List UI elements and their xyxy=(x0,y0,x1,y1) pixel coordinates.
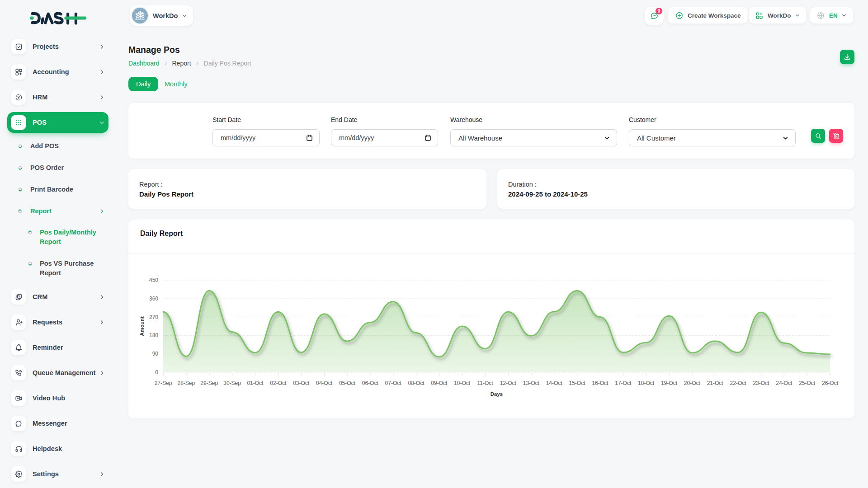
sidebar-item-label: Helpdesk xyxy=(33,445,62,452)
svg-text:25-Oct: 25-Oct xyxy=(799,380,816,386)
workspace-switcher-label: WorkDo xyxy=(768,12,791,19)
end-date-input[interactable]: mm/dd/yyyy xyxy=(331,129,438,146)
tab-monthly[interactable]: Monthly xyxy=(165,77,188,91)
helpdesk-icon xyxy=(11,441,26,456)
sidebar-item-reminder[interactable]: Reminder xyxy=(7,335,108,360)
accounting-icon xyxy=(11,64,26,80)
svg-text:270: 270 xyxy=(149,314,158,320)
svg-text:07-Oct: 07-Oct xyxy=(385,380,402,386)
sidebar-item-label: CRM xyxy=(33,293,47,300)
globe-icon xyxy=(816,11,825,20)
duration-label: Duration : xyxy=(508,181,537,188)
chevron-down-icon xyxy=(795,13,800,18)
dash-logo[interactable] xyxy=(29,10,87,26)
start-date-input[interactable]: mm/dd/yyyy xyxy=(212,129,320,146)
pos-icon xyxy=(11,115,26,130)
sidebar-item-requests[interactable]: Requests xyxy=(7,310,108,335)
chevron-right-icon xyxy=(99,44,105,50)
report-label: Report : xyxy=(139,181,163,188)
svg-text:180: 180 xyxy=(149,332,158,338)
create-workspace-label: Create Workspace xyxy=(688,12,741,19)
svg-text:360: 360 xyxy=(149,296,158,302)
chevron-right-icon xyxy=(99,319,105,325)
svg-text:01-Oct: 01-Oct xyxy=(247,380,264,386)
sidebar-item-label: Reminder xyxy=(33,344,63,351)
sidebar-item-queue-management[interactable]: Queue Management xyxy=(7,360,108,385)
svg-text:23-Oct: 23-Oct xyxy=(753,380,769,386)
chevron-right-icon xyxy=(99,370,105,376)
workspace-switcher-button[interactable]: WorkDo xyxy=(749,7,806,23)
sidebar-item-report[interactable]: Report xyxy=(7,200,108,222)
report-summary-card: Report : Daily Pos Report xyxy=(128,169,486,209)
workspace-chip[interactable]: WorkDo xyxy=(130,5,193,26)
daily-report-chart[interactable]: 09018027036045027-Sep28-Sep29-Sep30-Sep0… xyxy=(128,253,854,418)
warehouse-value: All Warehouse xyxy=(458,134,502,142)
sidebar-item-label: Accounting xyxy=(33,68,69,75)
report-value: Daily Pos Report xyxy=(139,190,193,198)
sidebar-nav: Projects Accounting HRM POS Add POS xyxy=(7,34,108,487)
svg-text:Days: Days xyxy=(491,391,503,397)
breadcrumb-dashboard-link[interactable]: Dashboard xyxy=(128,60,160,67)
svg-text:14-Oct: 14-Oct xyxy=(546,380,563,386)
requests-icon xyxy=(11,314,26,330)
sidebar-item-label: Requests xyxy=(33,319,62,326)
customer-select[interactable]: All Customer xyxy=(629,129,796,146)
chart-title: Daily Report xyxy=(140,230,183,238)
sidebar-item-label: Messenger xyxy=(33,420,67,427)
reset-filter-button[interactable] xyxy=(829,129,843,143)
sidebar-item-projects[interactable]: Projects xyxy=(7,34,108,59)
search-button[interactable] xyxy=(811,129,825,143)
sidebar-item-print-barcode[interactable]: Print Barcode xyxy=(7,178,108,200)
sidebar-item-video-hub[interactable]: Video Hub xyxy=(7,385,108,411)
sidebar-item-accounting[interactable]: Accounting xyxy=(7,59,108,84)
customer-label: Customer xyxy=(629,116,656,123)
language-button[interactable]: EN xyxy=(810,7,853,23)
tab-daily[interactable]: Daily xyxy=(128,77,158,91)
bullet-icon xyxy=(18,188,22,192)
svg-text:18-Oct: 18-Oct xyxy=(638,380,655,386)
svg-text:05-Oct: 05-Oct xyxy=(339,380,356,386)
svg-text:02-Oct: 02-Oct xyxy=(270,380,287,386)
sidebar-item-label: Queue Management xyxy=(33,369,95,376)
bullet-icon xyxy=(18,144,22,148)
settings-icon xyxy=(11,466,26,482)
queue-icon xyxy=(11,365,26,380)
chat-button[interactable]: 0 xyxy=(645,7,664,25)
sidebar-item-settings[interactable]: Settings xyxy=(7,461,108,487)
sidebar-item-label: POS xyxy=(33,119,47,126)
duration-value: 2024-09-25 to 2024-10-25 xyxy=(508,190,588,198)
start-date-value: mm/dd/yyyy xyxy=(221,134,255,141)
download-button[interactable] xyxy=(840,50,854,64)
svg-text:Amount: Amount xyxy=(139,316,145,336)
sidebar-item-pos-vs-purchase-report[interactable]: Pos VS Purchase Report xyxy=(7,253,108,284)
sidebar-item-helpdesk[interactable]: Helpdesk xyxy=(7,436,108,461)
sidebar-item-hrm[interactable]: HRM xyxy=(7,84,108,110)
workspace-name: WorkDo xyxy=(153,12,178,19)
circle-plus-icon xyxy=(675,11,684,20)
sidebar-item-label: Projects xyxy=(33,43,59,50)
calendar-icon[interactable] xyxy=(424,134,432,142)
sidebar-item-messenger[interactable]: Messenger xyxy=(7,411,108,436)
start-date-label: Start Date xyxy=(212,116,241,123)
sidebar-item-pos[interactable]: POS xyxy=(7,112,108,133)
calendar-icon[interactable] xyxy=(306,134,313,142)
sidebar-item-label: HRM xyxy=(33,94,47,101)
sidebar-item-crm[interactable]: CRM xyxy=(7,284,108,310)
chart-card: Daily Report 09018027036045027-Sep28-Sep… xyxy=(128,220,854,418)
breadcrumb-report-link[interactable]: Report xyxy=(172,60,191,67)
chevron-down-icon xyxy=(182,13,187,19)
sidebar-item-add-pos[interactable]: Add POS xyxy=(7,135,108,157)
chevron-right-icon xyxy=(99,94,105,100)
create-workspace-button[interactable]: Create Workspace xyxy=(668,7,748,23)
sidebar-item-label: Settings xyxy=(33,470,59,478)
warehouse-select[interactable]: All Warehouse xyxy=(450,129,617,146)
svg-text:21-Oct: 21-Oct xyxy=(707,380,724,386)
svg-text:15-Oct: 15-Oct xyxy=(569,380,586,386)
sidebar-item-pos-order[interactable]: POS Order xyxy=(7,157,108,178)
sidebar-item-label: Pos VS Purchase Report xyxy=(40,259,101,278)
chevron-right-icon xyxy=(164,61,168,66)
sidebar-item-pos-daily-monthly-report[interactable]: Pos Daily/Monthly Report xyxy=(7,222,108,253)
svg-text:17-Oct: 17-Oct xyxy=(615,380,632,386)
download-icon xyxy=(844,53,851,61)
svg-text:29-Sep: 29-Sep xyxy=(200,380,218,386)
